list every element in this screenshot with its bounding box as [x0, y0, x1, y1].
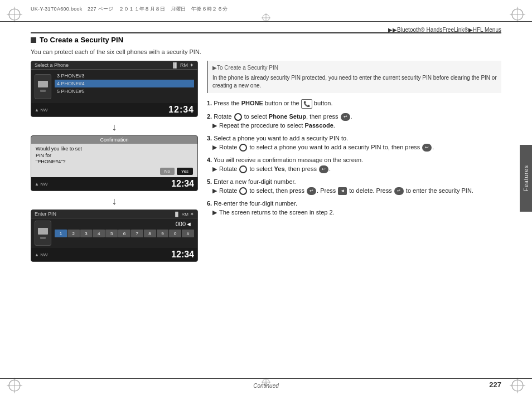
numpad-key-1[interactable]: 1	[55, 230, 67, 237]
numpad-key-9[interactable]: 9	[157, 230, 169, 237]
time-select: 12:34	[168, 105, 194, 115]
numpad-key-5[interactable]: 5	[105, 230, 118, 237]
numpad-key-4[interactable]: 4	[93, 230, 105, 237]
numpad-key-2[interactable]: 2	[67, 230, 80, 237]
step-3-sub: ▶ Rotate to select a phone you want to a…	[212, 143, 501, 152]
confirm-text-2: PIN for	[36, 153, 193, 159]
note-body: In the phone is already security PIN pro…	[212, 74, 497, 90]
phone-list: 3 PHONE#3 4 PHONE#4 5 PHONE#5	[55, 72, 194, 101]
bluetooth-icon: ✦	[190, 62, 194, 68]
heading-square-icon	[31, 37, 36, 43]
enter-pin-screen: Enter PIN ▐▌ RM ✦ 000◄	[31, 209, 198, 262]
select-phone-screen: Select a Phone ▐▌ RM ✦	[31, 61, 198, 117]
numpad-key-0[interactable]: 0	[169, 230, 181, 237]
step-5-sub: ▶ Rotate to select, then press ↩. Press …	[212, 186, 501, 196]
step-3-num: 3.	[207, 135, 212, 142]
step-5-num: 5.	[207, 178, 212, 185]
page-number: 227	[489, 381, 501, 389]
confirmation-screen: Confirmation Would you like to set PIN f…	[31, 135, 198, 191]
confirm-text-3: "PHONE#4"?	[36, 159, 193, 165]
top-border	[0, 21, 532, 22]
phone-img	[35, 74, 51, 99]
two-column-layout: Select a Phone ▐▌ RM ✦	[31, 61, 501, 262]
sub-text-2: Repeat the procedure to select Passcode.	[219, 121, 335, 130]
numpad-row-1: 1 2 3 4 5 6 7 8 9 0 #	[55, 230, 194, 237]
corner-mark-br	[510, 378, 525, 393]
nav-arrows-select: ▲ NW	[35, 108, 47, 113]
step-3-text: Select a phone you want to add a securit…	[214, 135, 348, 142]
file-path: UK-Y-31T0A600.book 227 ページ ２０１１年８月８日 月曜日…	[31, 6, 228, 13]
pin-title: Enter PIN	[35, 211, 56, 217]
down-arrow-1: ↓	[31, 121, 198, 133]
phone-btn-icon: 📞	[301, 99, 312, 109]
step-6: 6. Re-enter the four-digit number. ▶ The…	[207, 199, 501, 217]
step-2: 2. Rotate to select Phone Setup, then pr…	[207, 112, 501, 130]
step-2-text: Rotate to select Phone Setup, then press…	[214, 113, 352, 120]
side-tab-label: Features	[523, 165, 529, 191]
numpad-key-8[interactable]: 8	[144, 230, 156, 237]
step-2-num: 2.	[207, 113, 212, 120]
enter-btn-icon-2: ↩	[341, 113, 350, 121]
corner-mark-bl	[7, 378, 22, 393]
step-1-bold: PHONE	[241, 100, 263, 106]
pin-phone-img-area	[35, 221, 51, 246]
steps-list: 1. Press the PHONE button or the 📞 butto…	[207, 99, 501, 217]
signal-icon: ▐▌	[171, 62, 178, 68]
step-6-text: Re-enter the four-digit number.	[214, 200, 297, 207]
rotate-knob-icon-2	[234, 113, 242, 121]
time-confirm: 12:34	[171, 179, 194, 189]
step-3: 3. Select a phone you want to add a secu…	[207, 134, 501, 152]
step-1-text: Press the PHONE button or the 📞 button.	[214, 100, 332, 106]
phone-item-5: 5 PHONE#5	[55, 87, 194, 95]
numpad-key-3[interactable]: 3	[80, 230, 93, 237]
corner-mark-tl	[7, 7, 22, 22]
nav-arrows-confirm: ▲ NW	[35, 182, 47, 187]
pin-body: 000◄ 1 2 3 4 5 6 7 8 9 0 #	[31, 218, 197, 248]
confirm-no-btn[interactable]: No	[160, 168, 175, 175]
pin-header: Enter PIN ▐▌ RM ✦	[31, 210, 197, 218]
step-1: 1. Press the PHONE button or the 📞 butto…	[207, 99, 501, 109]
content-area: To Create a Security PIN You can protect…	[31, 32, 501, 375]
corner-mark-tr	[510, 7, 525, 22]
screen-title-select: Select a Phone	[35, 62, 69, 68]
nav-arrows-pin: ▲ NW	[35, 252, 47, 257]
confirm-header: Confirmation	[31, 136, 197, 144]
step-2-bold: Phone Setup	[269, 113, 306, 120]
section-title: To Create a Security PIN	[40, 36, 123, 44]
step-4-num: 4.	[207, 157, 212, 163]
screen-icons-select: ▐▌ RM ✦	[171, 62, 194, 68]
confirm-yes-btn[interactable]: Yes	[177, 168, 193, 175]
back-btn-icon: ◄	[338, 187, 347, 195]
side-note: ▶To Create a Security PIN In the phone i…	[207, 61, 501, 93]
enter-btn-icon-5a: ↩	[307, 187, 316, 195]
passcode-bold: Passcode	[304, 122, 333, 129]
step-6-num: 6.	[207, 200, 212, 207]
rotate-knob-icon-5	[239, 187, 247, 195]
enter-btn-icon-3: ↩	[422, 144, 432, 152]
yes-bold: Yes	[274, 165, 285, 172]
numpad-key-hash[interactable]: #	[182, 230, 194, 237]
numpad-key-7[interactable]: 7	[131, 230, 143, 237]
step-4-text: You will receive a confirmation message …	[214, 157, 363, 163]
phone-btn-inner	[40, 90, 46, 92]
step-2-sub: ▶ Repeat the procedure to select Passcod…	[212, 121, 501, 130]
screen-footer-select: ▲ NW 12:34	[31, 103, 197, 116]
rm-label: RM	[180, 62, 188, 68]
time-pin: 12:34	[171, 250, 194, 260]
step-6-sub: ▶ The screen returns to the screen in st…	[212, 208, 501, 217]
left-column: Select a Phone ▐▌ RM ✦	[31, 61, 198, 262]
confirm-buttons: No Yes	[36, 168, 193, 175]
numpad-key-6[interactable]: 6	[118, 230, 130, 237]
bottom-border	[0, 378, 532, 379]
step-4: 4. You will receive a confirmation messa…	[207, 155, 501, 174]
sub-text-6: The screen returns to the screen in step…	[219, 208, 335, 217]
sub-arrow-5: ▶	[212, 186, 217, 196]
screen-body-select: 3 PHONE#3 4 PHONE#4 5 PHONE#5	[31, 70, 197, 103]
section-intro: You can protect each of the six cell pho…	[31, 48, 501, 55]
sub-arrow-6: ▶	[212, 208, 217, 217]
section-heading: To Create a Security PIN	[31, 32, 501, 44]
step-5: 5. Enter a new four-digit number. ▶ Rota…	[207, 177, 501, 196]
enter-btn-icon-4: ↩	[319, 165, 328, 173]
pin-signal-icon: ▐▌	[173, 212, 180, 217]
right-column: ▶To Create a Security PIN In the phone i…	[207, 61, 501, 262]
